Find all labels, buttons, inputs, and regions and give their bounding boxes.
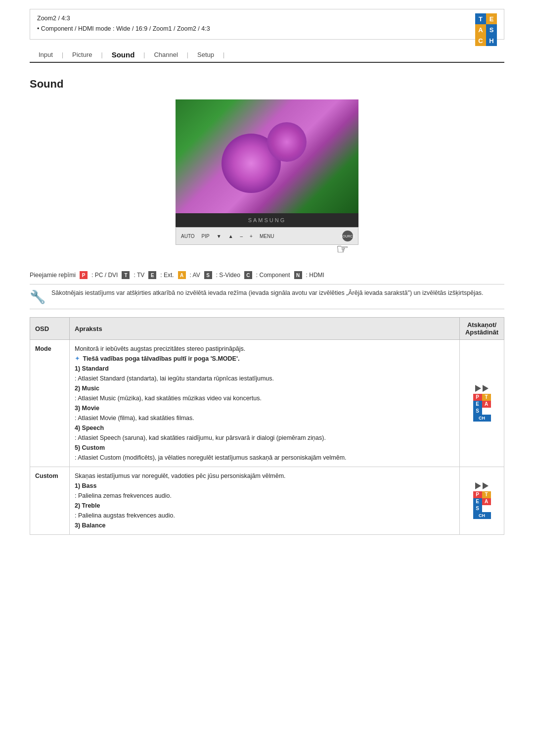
tv-source-button[interactable]: SOURCE: [342, 231, 353, 241]
tv-flower-image: [176, 99, 358, 213]
play-icons-custom: [475, 482, 489, 489]
topbar-line1: Zoom2 / 4:3: [37, 13, 210, 24]
modes-row: Pieejamie reþīmi P : PC / DVI T : TV E :…: [30, 271, 504, 279]
tv-brand-label: SAMSUNG: [248, 217, 286, 223]
lgs-s-2: S: [473, 505, 482, 512]
lgs-p: P: [473, 394, 482, 401]
row-label-custom: Custom: [30, 467, 70, 535]
mode-desc-p: : PC / DVI: [91, 272, 118, 279]
mode-badge-n: N: [294, 271, 302, 279]
row-label-mode: Mode: [30, 340, 70, 467]
mode-desc-c: : Component: [256, 272, 290, 279]
mode-badge-a: A: [178, 271, 186, 279]
logo-c: C: [475, 35, 486, 46]
table-header-row: OSD Apraksts Atskaņot/ Apstādināt: [30, 318, 504, 340]
tv-minus-button[interactable]: –: [240, 234, 243, 239]
nav-sep-5: |: [223, 51, 224, 58]
main-content: Sound SAMSUNG AUTO PIP ▼ ▲ – + MENU SOUR…: [30, 63, 504, 535]
mode-1-label: 1) Standard: [75, 365, 109, 372]
mode-desc-s: : S-Video: [216, 272, 240, 279]
logo-t: T: [475, 13, 486, 24]
tv-screen: [176, 99, 358, 213]
lgs-e: E: [473, 401, 482, 408]
tv-auto-button[interactable]: AUTO: [181, 234, 195, 239]
mode-badge-p: P: [80, 271, 88, 279]
tv-mockup-container: SAMSUNG AUTO PIP ▼ ▲ – + MENU SOURCE ☞: [30, 99, 504, 257]
play-triangle-2: [483, 385, 489, 392]
lgs-a-2: A: [482, 498, 491, 505]
lgs-a: A: [482, 401, 491, 408]
row-content-mode: Monitorā ir iebūvēts augstas precizitāte…: [70, 340, 460, 467]
mode-desc-t: : TV: [134, 272, 144, 279]
logo-s: S: [486, 24, 497, 35]
top-bar: Zoom2 / 4:3 • Component / HDMI mode : Wi…: [30, 9, 504, 40]
info-icon: 🔧: [30, 289, 45, 305]
tv-bezel: SAMSUNG: [176, 213, 358, 227]
lgs-s: S: [473, 408, 482, 415]
info-box: 🔧 Sākotnējais iestatījums var atšķirties…: [30, 284, 504, 309]
tv-down-button[interactable]: ▼: [217, 234, 222, 239]
mode-desc-main: Monitorā ir iebūvēts augstas precizitāte…: [75, 345, 245, 352]
nav-picture[interactable]: Picture: [63, 51, 101, 58]
mode-desc-a: : AV: [190, 272, 200, 279]
lgs-t: T: [482, 394, 491, 401]
col-action: Atskaņot/ Apstādināt: [460, 318, 504, 340]
play-icons-mode: [475, 385, 489, 392]
teas-logo: T E A S C H: [475, 13, 497, 35]
custom-desc-main: Skaņas iestatījumus var noregulēt, vadot…: [75, 472, 286, 479]
logo-h: H: [486, 35, 497, 46]
modes-label: Pieejamie reþīmi: [30, 272, 76, 279]
tv-up-button[interactable]: ▲: [228, 234, 233, 239]
nav-input[interactable]: Input: [30, 51, 62, 58]
play-triangle-4: [483, 482, 489, 489]
page-title: Sound: [30, 78, 504, 91]
nav-sound[interactable]: Sound: [103, 50, 144, 59]
mode-2-desc: : Atlasiet Music (mūzika), kad skatāties…: [75, 395, 262, 402]
lgs-ch: CH: [473, 415, 491, 422]
tv-wrapper: SAMSUNG AUTO PIP ▼ ▲ – + MENU SOURCE ☞: [176, 99, 358, 257]
tv-menu-button[interactable]: MENU: [260, 234, 274, 239]
tv-controls-bar: AUTO PIP ▼ ▲ – + MENU SOURCE: [176, 227, 358, 245]
mode-4-desc: : Atlasiet Speech (saruna), kad skatātie…: [75, 434, 326, 441]
play-triangle-1: [475, 385, 481, 392]
mode-badge-t: T: [122, 271, 130, 279]
custom-2-desc: : Palielina augstas frekvences audio.: [75, 512, 175, 519]
custom-1-desc: : Palielina zemas frekvences audio.: [75, 492, 172, 499]
table-row: Mode Monitorā ir iebūvēts augstas preciz…: [30, 340, 504, 467]
mode-star-icon: ✦: [75, 355, 80, 362]
hand-icon: ☞: [336, 241, 349, 257]
col-apraksts: Apraksts: [70, 318, 460, 340]
mode-desc-e: : Ext.: [160, 272, 174, 279]
custom-3-label: 3) Balance: [75, 522, 106, 529]
play-triangle-3: [475, 482, 481, 489]
logo-a: A: [475, 24, 486, 35]
custom-1-label: 1) Bass: [75, 482, 96, 489]
feature-table: OSD Apraksts Atskaņot/ Apstādināt Mode M…: [30, 317, 504, 535]
mode-star-text: Tiešā vadības poga tālvadības pultī ir p…: [81, 355, 239, 362]
info-text: Sākotnējais iestatījums var atšķirties a…: [51, 288, 484, 305]
tv-plus-button[interactable]: +: [250, 234, 253, 239]
mode-5-label: 5) Custom: [75, 444, 105, 451]
mode-3-label: 3) Movie: [75, 405, 99, 412]
mode-badge-s: S: [204, 271, 212, 279]
tv-pip-button[interactable]: PIP: [202, 234, 210, 239]
mode-1-desc: : Atlasiet Standard (standarta), lai ieg…: [75, 375, 274, 382]
mode-icons: P T E A S CH: [465, 385, 499, 422]
custom-2-label: 2) Treble: [75, 502, 100, 509]
col-osd: OSD: [30, 318, 70, 340]
small-logo-grid-custom: P T E A S CH: [473, 491, 491, 519]
lgs-ch-2: CH: [473, 512, 491, 519]
lgs-p-2: P: [473, 491, 482, 498]
nav-setup[interactable]: Setup: [188, 51, 223, 58]
navigation-bar: Input | Picture | Sound | Channel | Setu…: [30, 50, 504, 63]
mode-2-label: 2) Music: [75, 385, 99, 392]
row-icon-custom: P T E A S CH: [460, 467, 504, 535]
lgs-e-2: E: [473, 498, 482, 505]
logo-e: E: [486, 13, 497, 24]
custom-icons: P T E A S CH: [465, 482, 499, 519]
mode-3-desc: : Atlasiet Movie (filma), kad skatāties …: [75, 415, 194, 422]
nav-channel[interactable]: Channel: [145, 51, 186, 58]
row-content-custom: Skaņas iestatījumus var noregulēt, vadot…: [70, 467, 460, 535]
tv-hand-pointer: ☞: [176, 245, 358, 257]
small-logo-grid: P T E A S CH: [473, 394, 491, 422]
